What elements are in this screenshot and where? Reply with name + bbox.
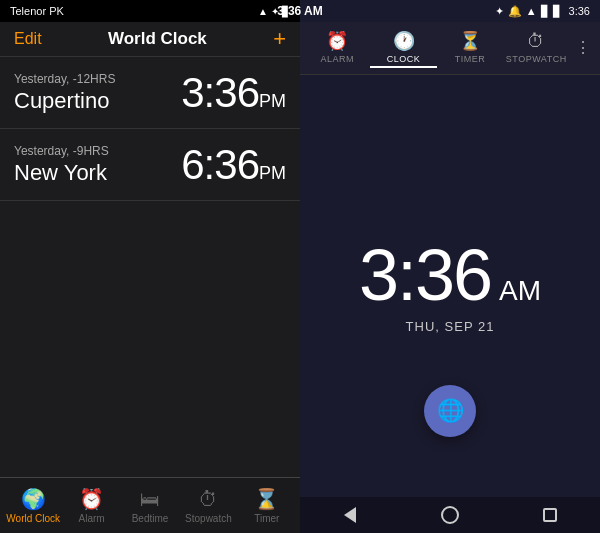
- cupertino-time-display: 3:36 PM: [181, 69, 286, 117]
- android-tab-alarm[interactable]: ⏰ ALARM: [304, 28, 370, 70]
- android-status-icons: ✦ 🔔 ▲ ▊ ▊ 3:36: [495, 5, 590, 18]
- ios-world-clock-panel: Telenor PK 3:36 AM ▲ ✦ ▊ Edit World Cloc…: [0, 0, 300, 533]
- android-tab-timer[interactable]: ⏳ TIMER: [437, 28, 503, 70]
- tab-stopwatch[interactable]: ⏱ Stopwatch: [179, 488, 237, 524]
- android-bluetooth-icon: ✦: [495, 5, 504, 18]
- cupertino-time: 3:36: [181, 69, 259, 117]
- clock-item-newyork: Yesterday, -9HRS New York 6:36 PM: [0, 129, 300, 201]
- alarm-tab-icon: ⏰: [79, 487, 104, 511]
- wifi-icon: ▲: [258, 6, 268, 17]
- android-home-button[interactable]: [430, 501, 470, 529]
- android-menu-indicator: [569, 59, 596, 61]
- alarm-tab-label: Alarm: [79, 513, 105, 524]
- tab-bedtime[interactable]: 🛏 Bedtime: [121, 488, 179, 524]
- newyork-time-display: 6:36 PM: [181, 141, 286, 189]
- newyork-offset: Yesterday, -9HRS: [14, 144, 109, 158]
- android-time-display: 3:36: [359, 239, 491, 311]
- ios-status-time: 3:36 AM: [277, 4, 323, 18]
- android-clock-panel: ✦ 🔔 ▲ ▊ ▊ 3:36 ⏰ ALARM 🕐 CLOCK ⏳ TIMER ⏱…: [300, 0, 600, 533]
- edit-button[interactable]: Edit: [14, 30, 42, 48]
- carrier-text: Telenor PK: [10, 5, 64, 17]
- newyork-ampm: PM: [259, 163, 286, 184]
- android-status-time: 3:36: [569, 5, 590, 17]
- android-clock-indicator: [370, 66, 436, 68]
- android-status-bar: ✦ 🔔 ▲ ▊ ▊ 3:36: [300, 0, 600, 22]
- tab-world-clock[interactable]: 🌍 World Clock: [4, 487, 62, 524]
- android-more-icon: ⋮: [575, 38, 590, 57]
- recent-icon: [543, 508, 557, 522]
- android-battery-icon: ▊: [553, 5, 561, 18]
- newyork-city: New York: [14, 160, 109, 186]
- world-clock-title: World Clock: [108, 29, 207, 49]
- android-wifi-icon: ▲: [526, 5, 537, 17]
- android-date: THU, SEP 21: [406, 319, 495, 334]
- clock-item-left-newyork: Yesterday, -9HRS New York: [14, 144, 109, 186]
- clock-item-cupertino: Yesterday, -12HRS Cupertino 3:36 PM: [0, 57, 300, 129]
- timer-tab-icon: ⌛: [254, 487, 279, 511]
- tab-timer[interactable]: ⌛ Timer: [238, 487, 296, 524]
- android-signal-icon: ▊: [541, 5, 549, 18]
- android-recent-button[interactable]: [530, 501, 570, 529]
- android-timer-label: TIMER: [455, 54, 486, 64]
- bedtime-tab-icon: 🛏: [140, 488, 160, 511]
- ios-nav-bar: Edit World Clock +: [0, 22, 300, 57]
- back-icon: [344, 507, 356, 523]
- android-alarm-label: ALARM: [320, 54, 354, 64]
- newyork-time: 6:36: [181, 141, 259, 189]
- android-clock-main: 3:36 AM THU, SEP 21 🌐: [300, 75, 600, 497]
- android-alarm-indicator: [304, 66, 370, 68]
- android-timer-indicator: [437, 66, 503, 68]
- android-ampm: AM: [499, 275, 541, 307]
- tab-alarm[interactable]: ⏰ Alarm: [62, 487, 120, 524]
- android-tab-menu[interactable]: ⋮: [569, 36, 596, 63]
- world-clock-tab-icon: 🌍: [21, 487, 46, 511]
- stopwatch-tab-label: Stopwatch: [185, 513, 232, 524]
- android-clock-label: CLOCK: [387, 54, 421, 64]
- android-alarm-icon: ⏰: [326, 30, 348, 52]
- android-tab-clock[interactable]: 🕐 CLOCK: [370, 28, 436, 70]
- add-clock-button[interactable]: +: [273, 28, 286, 50]
- android-tab-stopwatch[interactable]: ⏱ STOPWATCH: [503, 29, 569, 70]
- android-back-button[interactable]: [330, 501, 370, 529]
- ios-status-bar: Telenor PK 3:36 AM ▲ ✦ ▊: [0, 0, 300, 22]
- android-nav-bar: [300, 497, 600, 533]
- clock-item-left-cupertino: Yesterday, -12HRS Cupertino: [14, 72, 115, 114]
- cupertino-city: Cupertino: [14, 88, 115, 114]
- world-clock-tab-label: World Clock: [6, 513, 60, 524]
- bedtime-tab-label: Bedtime: [132, 513, 169, 524]
- android-timer-icon: ⏳: [459, 30, 481, 52]
- android-clock-icon: 🕐: [393, 30, 415, 52]
- timer-tab-label: Timer: [254, 513, 279, 524]
- android-volume-icon: 🔔: [508, 5, 522, 18]
- home-icon: [441, 506, 459, 524]
- android-tab-bar: ⏰ ALARM 🕐 CLOCK ⏳ TIMER ⏱ STOPWATCH ⋮: [300, 22, 600, 75]
- android-fab-button[interactable]: 🌐: [424, 385, 476, 437]
- android-fab-icon: 🌐: [437, 398, 464, 424]
- cupertino-offset: Yesterday, -12HRS: [14, 72, 115, 86]
- android-stopwatch-icon: ⏱: [527, 31, 545, 52]
- android-time-row: 3:36 AM: [359, 239, 541, 311]
- stopwatch-tab-icon: ⏱: [198, 488, 218, 511]
- clock-list: Yesterday, -12HRS Cupertino 3:36 PM Yest…: [0, 57, 300, 477]
- cupertino-ampm: PM: [259, 91, 286, 112]
- android-stopwatch-label: STOPWATCH: [506, 54, 567, 64]
- android-stopwatch-indicator: [503, 66, 569, 68]
- ios-tab-bar: 🌍 World Clock ⏰ Alarm 🛏 Bedtime ⏱ Stopwa…: [0, 477, 300, 533]
